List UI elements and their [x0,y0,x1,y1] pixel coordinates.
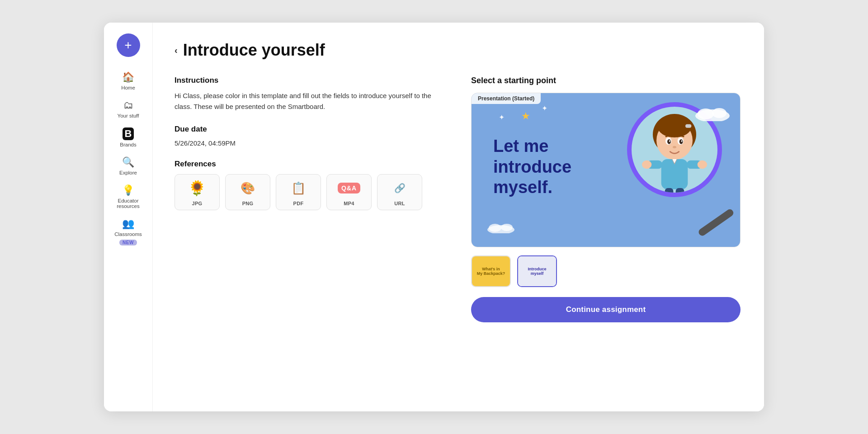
instructions-label: Instructions [175,76,444,85]
star-white-1: ✦ [499,113,505,122]
your-stuff-icon: 🗂 [123,99,133,111]
left-panel: Instructions Hi Class, please color in t… [175,76,444,322]
continue-assignment-button[interactable]: Continue assignment [471,297,741,322]
sidebar-item-brands[interactable]: B Brands [108,124,148,151]
thumbnail-2-content: Introducemyself [518,256,556,286]
svg-point-6 [667,139,671,144]
classrooms-icon: 👥 [122,218,134,230]
thumbnail-2[interactable]: Introducemyself [517,255,557,287]
page-header: ‹ Introduce yourself [175,41,741,60]
back-button[interactable]: ‹ [175,45,178,56]
sidebar: + 🏠 Home 🗂 Your stuff B Brands 🔍 Explore… [104,23,153,411]
svg-point-14 [642,160,651,169]
svg-point-19 [698,108,714,119]
sidebar-item-home[interactable]: 🏠 Home [108,68,148,94]
ref-png-preview: 🎨 [226,176,270,200]
reference-mp4[interactable]: Q&A MP4 [326,174,372,210]
sidebar-item-home-label: Home [121,85,135,90]
ref-jpg-preview: 🌻 [175,176,219,200]
right-panel: Select a starting point Presentation (St… [471,76,741,322]
references-section: References 🌻 JPG 🎨 PNG [175,160,444,210]
svg-point-15 [698,160,707,169]
pdf-doc-icon: 📋 [291,181,306,195]
cloud-svg [692,103,733,121]
page-title: Introduce yourself [183,41,325,60]
star-white-2: ✦ [542,104,547,113]
main-content: ‹ Introduce yourself Instructions Hi Cla… [153,23,764,411]
sidebar-item-classrooms-label: Classrooms [114,231,142,237]
sidebar-item-explore[interactable]: 🔍 Explore [108,153,148,179]
presentation-canvas: ★ ✦ ✦ Let meintroducemyself. [472,93,740,247]
add-button[interactable]: + [117,33,140,57]
reference-png[interactable]: 🎨 PNG [225,174,270,210]
due-date-section: Due date 5/26/2024, 04:59PM [175,125,444,147]
sidebar-item-educator-resources-label: Educator resources [113,198,144,209]
app-window: + 🏠 Home 🗂 Your stuff B Brands 🔍 Explore… [104,23,764,411]
svg-point-20 [712,108,726,118]
presentation-main-text: Let meintroducemyself. [493,136,571,198]
presentation-preview-wrapper: Presentation (Started) ★ ✦ ✦ Let meintro… [471,93,741,247]
presentation-started-label: Presentation (Started) [472,93,541,104]
reference-jpg[interactable]: 🌻 JPG [175,174,220,210]
instructions-text: Hi Class, please color in this template … [175,90,444,112]
thumbnail-1[interactable]: What's inMy Backpack? [471,255,511,287]
ref-mp4-preview: Q&A [327,176,371,200]
ref-jpg-type: JPG [192,201,203,206]
link-icon: 🔗 [394,183,406,193]
references-label: References [175,160,444,169]
svg-point-23 [501,224,513,231]
explore-icon: 🔍 [122,156,134,168]
svg-rect-16 [665,188,674,197]
svg-point-22 [489,224,501,232]
sidebar-item-your-stuff[interactable]: 🗂 Your stuff [108,96,148,122]
references-grid: 🌻 JPG 🎨 PNG 📋 [175,174,444,210]
reference-pdf[interactable]: 📋 PDF [276,174,321,210]
due-date-value: 5/26/2024, 04:59PM [175,139,444,147]
thumbnail-1-content: What's inMy Backpack? [472,256,510,286]
sidebar-item-explore-label: Explore [119,170,137,175]
sidebar-item-educator-resources[interactable]: 💡 Educator resources [108,181,148,212]
ref-url-type: URL [394,201,405,206]
ref-pdf-type: PDF [293,201,304,206]
ref-url-preview: 🔗 [377,176,422,200]
svg-point-7 [679,139,683,144]
starting-point-title: Select a starting point [471,76,741,85]
reference-url[interactable]: 🔗 URL [377,174,422,210]
due-date-label: Due date [175,125,444,134]
cloud-bottom-svg [485,220,517,233]
star-yellow-1: ★ [521,110,530,122]
sidebar-item-classrooms[interactable]: 👥 Classrooms NEW [108,214,148,249]
svg-rect-3 [685,124,691,128]
ref-mp4-type: MP4 [344,201,354,206]
qa-icon: Q&A [338,183,360,193]
new-badge: NEW [119,240,137,245]
ref-pdf-preview: 📋 [276,176,321,200]
brands-icon: B [123,127,134,140]
educator-resources-icon: 💡 [122,184,134,196]
content-layout: Instructions Hi Class, please color in t… [175,76,741,322]
svg-point-10 [673,146,676,148]
sidebar-item-your-stuff-label: Your stuff [118,113,139,118]
ref-png-type: PNG [242,201,254,206]
svg-point-8 [669,140,670,142]
home-icon: 🏠 [122,71,134,83]
sidebar-item-brands-label: Brands [120,142,136,147]
cloud-group [692,103,733,123]
cloud-bottom [485,220,517,235]
svg-rect-17 [676,188,684,197]
thumbnails-row: What's inMy Backpack? Introducemyself [471,255,741,287]
svg-point-9 [681,140,683,142]
sunflower-icon: 🌻 [188,179,206,197]
magnify-handle [697,208,735,237]
art-showcase-icon: 🎨 [241,181,255,195]
